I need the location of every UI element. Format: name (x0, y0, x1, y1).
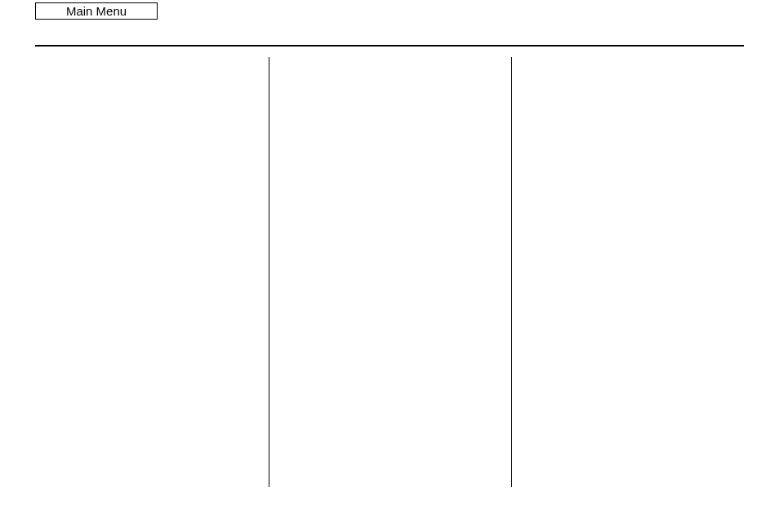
horizontal-divider (35, 45, 744, 47)
column-divider-1 (269, 57, 269, 487)
column-divider-2 (511, 57, 512, 487)
main-menu-button[interactable]: Main Menu (35, 2, 158, 20)
